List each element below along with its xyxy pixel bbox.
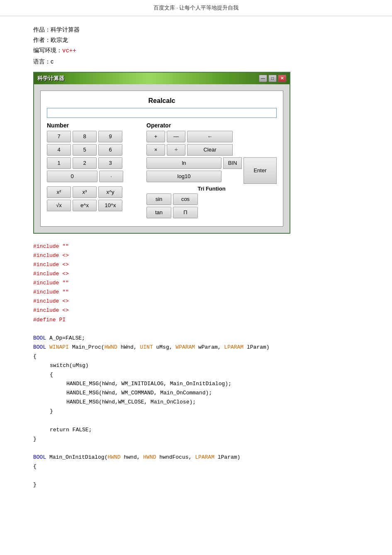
btn-sqrtx[interactable]: √x [47, 200, 71, 211]
author-label: 作者：欧宗龙 [33, 35, 359, 45]
page-header: 百度文库 · 让每个人平等地提升自我 [0, 0, 392, 16]
op-row1: + — ← [146, 131, 277, 142]
btn-8[interactable]: 8 [73, 131, 97, 142]
btn-tenx[interactable]: 10^x [98, 200, 122, 211]
lang-label: 语言：c [33, 56, 359, 67]
btn-log10[interactable]: log10 [146, 171, 222, 182]
btn-divide[interactable]: ÷ [167, 144, 185, 156]
code-return: return FALSE; [33, 425, 359, 435]
row-special: √x e^x 10^x [47, 200, 142, 211]
code-blank-3 [33, 444, 359, 453]
code-brace-open-2: { [33, 462, 359, 471]
code-line-4: #include <> [33, 269, 359, 279]
btn-multiply[interactable]: × [146, 144, 165, 156]
calc-body: Realcalc Number 7 8 9 4 5 [34, 84, 290, 233]
tri-label: Tri Funtion [146, 186, 277, 192]
btn-0[interactable]: 0 [47, 171, 97, 182]
code-line-9: #define PI [33, 315, 359, 325]
code-line-5: #include "" [33, 279, 359, 288]
code-line-1: #include "" [33, 242, 359, 251]
page-content: 作品：科学计算器 作者：欧宗龙 编写环境：vc++ 语言：c 科学计算器 — □… [0, 24, 392, 489]
btn-enter[interactable]: Enter [243, 157, 277, 184]
code-brace-switch-close: } [33, 407, 359, 416]
calc-display-container: Realcalc Number 7 8 9 4 5 [40, 90, 283, 227]
btn-7[interactable]: 7 [47, 131, 71, 142]
row-123: 1 2 3 [47, 157, 142, 169]
minimize-button[interactable]: — [259, 75, 267, 82]
btn-2[interactable]: 2 [73, 157, 97, 169]
work-label: 作品：科学计算器 [33, 24, 359, 35]
btn-plus[interactable]: + [146, 131, 165, 142]
btn-ex[interactable]: e^x [73, 200, 97, 211]
number-label: Number [47, 122, 142, 129]
btn-3[interactable]: 3 [98, 157, 122, 169]
btn-pi[interactable]: Π [173, 207, 198, 218]
op-row3: ln log10 BIN Enter [146, 157, 277, 184]
code-handle-1: HANDLE_MSG(hWnd, WM_INITDIALOG, Main_OnI… [33, 379, 359, 389]
op-row2: × ÷ Clear [146, 144, 277, 156]
operator-section: Operator + — ← × ÷ Clear [146, 122, 277, 220]
code-line-12: BOOL Main_OnInitDialog(HWND hwnd, HWND h… [33, 453, 359, 462]
calc-input[interactable] [47, 108, 277, 118]
btn-dot[interactable]: · [99, 171, 123, 182]
maximize-button[interactable]: □ [268, 75, 277, 82]
code-line-6: #include "" [33, 288, 359, 297]
btn-clear[interactable]: Clear [187, 144, 233, 156]
btn-9[interactable]: 9 [98, 131, 122, 142]
header-title: 百度文库 · 让每个人平等地提升自我 [153, 5, 239, 11]
btn-cos[interactable]: cos [173, 193, 198, 205]
tri-row2: tan Π [146, 207, 277, 218]
code-brace-open-1: { [33, 352, 359, 361]
calculator-window: 科学计算器 — □ ✕ Realcalc [33, 72, 290, 234]
code-handle-3: HANDLE_MSG(hWnd,WM_CLOSE, Main_OnClose); [33, 398, 359, 407]
btn-1[interactable]: 1 [47, 157, 71, 169]
number-pad: Number 7 8 9 4 5 6 1 2 [47, 122, 142, 220]
btn-x2[interactable]: x² [47, 186, 71, 198]
row-789: 7 8 9 [47, 131, 142, 142]
code-brace-switch: { [33, 370, 359, 379]
meta-info: 作品：科学计算器 作者：欧宗龙 编写环境：vc++ 语言：c [33, 24, 359, 67]
tri-row1: sin cos [146, 193, 277, 205]
env-label: 编写环境：vc++ [33, 45, 359, 56]
calc-title: 科学计算器 [37, 75, 64, 82]
btn-ln[interactable]: ln [146, 157, 222, 169]
btn-sin[interactable]: sin [146, 193, 171, 205]
operator-label: Operator [146, 122, 277, 129]
code-line-11: BOOL WINAPI Main_Proc(HWND hWnd, UINT uM… [33, 343, 359, 352]
btn-bin[interactable]: BIN [223, 157, 242, 169]
code-blank-1 [33, 325, 359, 334]
env-value: vc++ [62, 47, 76, 54]
close-button[interactable]: ✕ [278, 75, 286, 82]
calc-buttons-area: Number 7 8 9 4 5 6 1 2 [47, 122, 277, 220]
btn-minus[interactable]: — [167, 131, 185, 142]
code-blank-2 [33, 416, 359, 425]
code-brace-close-2: } [33, 480, 359, 489]
row-456: 4 5 6 [47, 144, 142, 156]
code-line-7: #include <> [33, 297, 359, 306]
code-line-3: #include <> [33, 260, 359, 269]
btn-tan[interactable]: tan [146, 207, 171, 218]
code-handle-2: HANDLE_MSG(hWnd, WM_COMMAND, Main_OnComm… [33, 389, 359, 398]
row-0dot: 0 · [47, 171, 142, 182]
code-line-8: #include <> [33, 306, 359, 315]
code-line-2: #include <> [33, 251, 359, 260]
calc-titlebar: 科学计算器 — □ ✕ [34, 73, 290, 84]
btn-4[interactable]: 4 [47, 144, 71, 156]
code-brace-close-1: } [33, 435, 359, 444]
btn-backspace[interactable]: ← [187, 131, 233, 142]
btn-6[interactable]: 6 [98, 144, 122, 156]
titlebar-buttons: — □ ✕ [259, 75, 286, 82]
btn-5[interactable]: 5 [73, 144, 97, 156]
btn-xy[interactable]: x^y [98, 186, 122, 198]
calc-display-title: Realcalc [47, 97, 277, 105]
code-switch: switch(uMsg) [33, 361, 359, 370]
row-power: x² x³ x^y [47, 186, 142, 198]
code-line-10: BOOL A_Op=FALSE; [33, 334, 359, 343]
code-blank-4 [33, 471, 359, 480]
btn-x3[interactable]: x³ [73, 186, 97, 198]
code-section: #include "" #include <> #include <> #inc… [33, 242, 359, 490]
